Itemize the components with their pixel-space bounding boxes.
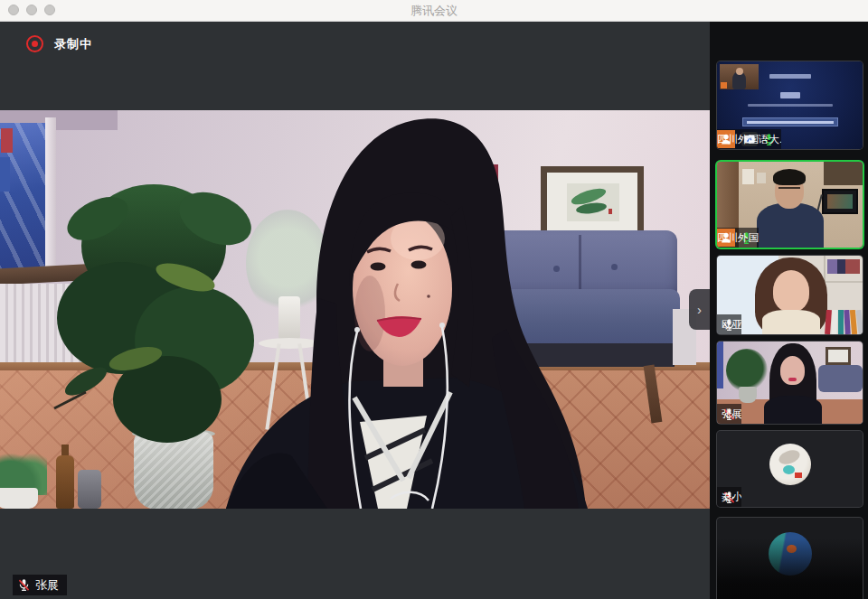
participant-label: 四川外国语大学 [717, 228, 759, 248]
participant-name: 四川外国语大学 [717, 231, 759, 245]
minimize-button[interactable] [26, 5, 37, 15]
participants-sidebar: 四川外国语大... 四川外国语大学 [710, 21, 868, 599]
participant-label: 秦小 [717, 487, 741, 507]
participant-tile-avatar[interactable]: 秦小 [717, 431, 863, 507]
traffic-lights [8, 5, 55, 15]
mic-muted-icon [16, 578, 31, 593]
participant-label: 四川外国语大... [717, 129, 781, 149]
participant-tile-self[interactable]: 张展 [717, 342, 863, 424]
tencent-meeting-window: 腾讯会议 录制中 [0, 0, 868, 599]
person [226, 118, 588, 509]
zoom-button[interactable] [44, 5, 55, 15]
participant-tile[interactable]: 欧亚 外交学院 [717, 256, 863, 334]
window-title: 腾讯会议 [410, 3, 458, 19]
recording-label: 录制中 [54, 36, 92, 52]
participant-name: 欧亚 外交学院 [722, 318, 741, 332]
main-video-area[interactable]: 录制中 [0, 21, 710, 599]
participant-name: 张展 [722, 407, 741, 421]
slide-text-line [780, 92, 800, 98]
presenter-inset-video [720, 64, 759, 89]
bookshelf [824, 310, 863, 334]
participant-name: 秦小 [722, 491, 741, 504]
slide-text-line [769, 74, 811, 79]
bottom-fade [717, 538, 863, 599]
avatar [769, 444, 811, 485]
plant-and-person-layer [0, 110, 710, 509]
participant-label: 欧亚 外交学院 [717, 314, 741, 334]
participant-tile-partial[interactable] [717, 518, 863, 599]
participant-name: 四川外国语大... [717, 133, 781, 146]
small-plant-pot [0, 488, 38, 509]
self-name-tag: 张展 [13, 575, 67, 595]
main-video-stage[interactable] [0, 110, 710, 509]
close-button[interactable] [8, 5, 19, 15]
amber-bottle [56, 455, 74, 509]
participant-tile-screen-share[interactable]: 四川外国语大... [717, 61, 863, 149]
recording-indicator: 录制中 [26, 35, 92, 52]
chevron-right-icon: › [697, 302, 702, 317]
slide-text-line [748, 104, 833, 107]
gray-bottle [78, 470, 101, 509]
participant-label: 张展 [717, 404, 741, 424]
participant-tile-active-speaker[interactable]: 四川外国语大学 [717, 162, 863, 248]
sidebar-collapse-handle[interactable]: › [689, 289, 710, 330]
slide-highlight-bar [742, 117, 838, 126]
record-dot-icon [26, 35, 43, 52]
titlebar: 腾讯会议 [0, 0, 868, 22]
self-name-label: 张展 [35, 577, 59, 594]
plant-foliage [54, 182, 259, 443]
